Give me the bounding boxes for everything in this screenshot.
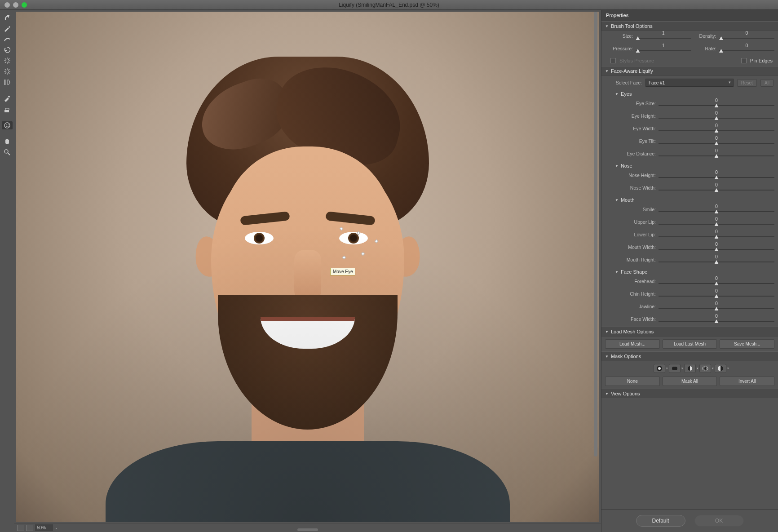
size-slider[interactable]: 1 (636, 32, 691, 40)
density-label: Density: (694, 33, 716, 39)
mask-replace-icon[interactable] (654, 364, 665, 373)
face-width-slider[interactable]: 0 (659, 315, 774, 323)
canvas-scrollbar[interactable] (594, 12, 597, 461)
maximize-window-icon[interactable] (22, 2, 27, 8)
load-mesh-button[interactable]: Load Mesh... (605, 339, 660, 349)
push-left-tool-icon[interactable] (2, 78, 13, 86)
mask-invert-button[interactable]: Invert All (720, 377, 774, 386)
rate-label: Rate: (694, 46, 716, 51)
zoom-dropdown-icon[interactable]: ⌄ (55, 526, 58, 530)
size-label: Size: (610, 33, 633, 39)
disclosure-triangle-icon: ▼ (605, 392, 609, 396)
mask-intersect-icon[interactable] (699, 364, 711, 373)
mask-add-icon[interactable] (669, 364, 681, 373)
svg-rect-1 (4, 110, 9, 112)
jawline-slider[interactable]: 0 (659, 303, 774, 310)
freeze-mask-tool-icon[interactable] (2, 94, 13, 102)
close-window-icon[interactable] (4, 2, 10, 8)
select-face-dropdown[interactable]: Face #1 (645, 79, 734, 87)
save-mesh-button[interactable]: Save Mesh... (720, 339, 774, 349)
zoom-input[interactable] (35, 524, 53, 531)
twirl-tool-icon[interactable] (2, 46, 13, 54)
face-control-point[interactable] (340, 227, 343, 231)
minimize-window-icon[interactable] (13, 2, 18, 8)
forehead-slider[interactable]: 0 (659, 278, 774, 285)
upper-lip-slider[interactable]: 0 (659, 218, 774, 226)
hand-tool-icon[interactable] (2, 137, 13, 146)
eye-height-slider[interactable]: 0 (659, 112, 774, 120)
svg-line-6 (8, 153, 10, 155)
window-titlebar: Liquify (SmilingManFAL_End.psd @ 50%) (0, 0, 778, 10)
disclosure-triangle-icon: ▼ (615, 92, 619, 96)
face-control-point[interactable] (361, 252, 365, 256)
section-face-aware-liquify[interactable]: ▼ Face-Aware Liquify (601, 66, 778, 76)
svg-point-10 (674, 367, 677, 370)
properties-panel: Properties ▼ Brush Tool Options Size: 1 … (601, 10, 778, 532)
dialog-footer: Default OK (601, 509, 778, 532)
subsection-eyes[interactable]: ▼ Eyes (601, 89, 778, 98)
lower-lip-slider[interactable]: 0 (659, 231, 774, 238)
section-view-options[interactable]: ▼ View Options (601, 389, 778, 398)
ok-button[interactable]: OK (694, 515, 744, 527)
subsection-mouth[interactable]: ▼ Mouth (601, 195, 778, 204)
svg-point-2 (4, 123, 10, 128)
statusbar-button[interactable] (26, 525, 33, 531)
canvas-area: Move Eye ⌄ (14, 10, 601, 532)
density-slider[interactable]: 0 (719, 32, 775, 40)
pucker-tool-icon[interactable] (2, 57, 13, 65)
pressure-slider[interactable]: 1 (636, 45, 691, 52)
statusbar-button[interactable] (17, 525, 24, 531)
mouth-width-slider[interactable]: 0 (659, 244, 774, 251)
stylus-pressure-checkbox (610, 58, 616, 63)
face-control-point[interactable] (342, 256, 346, 259)
smile-slider[interactable]: 0 (659, 206, 774, 213)
disclosure-triangle-icon: ▼ (605, 24, 609, 28)
eye-distance-slider[interactable]: 0 (659, 150, 774, 157)
svg-point-5 (4, 150, 8, 153)
svg-point-4 (8, 124, 9, 125)
all-faces-button[interactable]: All (760, 79, 774, 87)
svg-point-8 (658, 367, 661, 370)
pin-edges-label: Pin Edges (750, 58, 773, 63)
face-control-point[interactable] (357, 231, 360, 235)
stylus-pressure-label: Stylus Pressure (619, 58, 654, 63)
face-tool-icon[interactable] (2, 121, 13, 129)
disclosure-triangle-icon: ▼ (615, 164, 619, 168)
reconstruct-tool-icon[interactable] (2, 24, 13, 32)
eye-width-slider[interactable]: 0 (659, 125, 774, 132)
mask-none-button[interactable]: None (605, 377, 660, 386)
default-button[interactable]: Default (636, 515, 685, 527)
svg-point-3 (6, 124, 7, 125)
bloat-tool-icon[interactable] (2, 67, 13, 75)
mask-all-button[interactable]: Mask All (663, 377, 717, 386)
smooth-tool-icon[interactable] (2, 35, 13, 43)
pin-edges-checkbox[interactable] (741, 58, 747, 63)
statusbar-handle[interactable] (297, 528, 318, 531)
nose-width-slider[interactable]: 0 (659, 184, 774, 191)
nose-height-slider[interactable]: 0 (659, 172, 774, 179)
section-brush-tool-options[interactable]: ▼ Brush Tool Options (601, 21, 778, 31)
section-mask-options[interactable]: ▼ Mask Options (601, 351, 778, 361)
eye-tilt-slider[interactable]: 0 (659, 137, 774, 145)
mask-subtract-icon[interactable] (684, 364, 696, 373)
window-title: Liquify (SmilingManFAL_End.psd @ 50%) (339, 2, 439, 8)
thaw-mask-tool-icon[interactable] (2, 105, 13, 113)
svg-point-0 (8, 96, 10, 98)
rate-slider[interactable]: 0 (719, 45, 775, 52)
zoom-tool-icon[interactable] (2, 148, 13, 156)
subsection-face-shape[interactable]: ▼ Face Shape (601, 267, 778, 276)
forward-warp-tool-icon[interactable] (2, 13, 13, 22)
mouth-height-slider[interactable]: 0 (659, 256, 774, 263)
section-load-mesh[interactable]: ▼ Load Mesh Options (601, 327, 778, 337)
pressure-label: Pressure: (610, 46, 633, 51)
subsection-nose[interactable]: ▼ Nose (601, 161, 778, 170)
eye-size-slider[interactable]: 0 (659, 100, 774, 107)
canvas-statusbar: ⌄ (14, 523, 601, 532)
mask-invert-icon[interactable] (715, 364, 726, 373)
image-canvas[interactable]: Move Eye (16, 12, 599, 522)
load-last-mesh-button[interactable]: Load Last Mesh (663, 339, 717, 349)
reset-face-button[interactable]: Reset (737, 79, 757, 87)
panel-title: Properties (601, 10, 778, 21)
chin-height-slider[interactable]: 0 (659, 290, 774, 297)
face-control-point[interactable] (375, 239, 378, 243)
